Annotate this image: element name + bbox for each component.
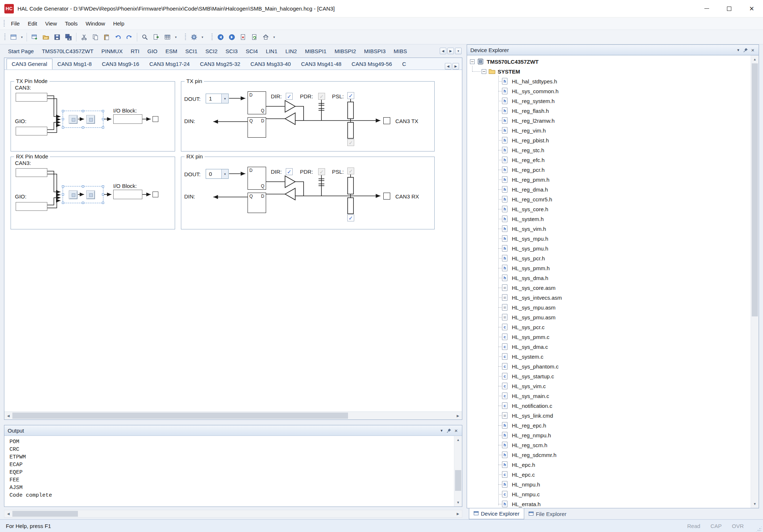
output-horizontal-scrollbar[interactable]: ◀ ▶	[4, 510, 462, 518]
grid-button[interactable]	[162, 32, 173, 42]
tree-file-item[interactable]: HL_system.c	[467, 352, 751, 362]
generate-code-button[interactable]	[189, 32, 199, 42]
save-all-button[interactable]	[63, 32, 74, 42]
output-vertical-scrollbar[interactable]: ▲ ▼	[454, 436, 462, 507]
menu-item[interactable]: View	[41, 18, 61, 29]
minimize-button[interactable]	[695, 0, 718, 17]
tree-file-item[interactable]: HL_nmpu.c	[467, 489, 751, 499]
tree-file-item[interactable]: HL_reg_pmm.h	[467, 175, 751, 185]
scroll-down-arrow[interactable]: ▼	[751, 500, 759, 508]
tree-file-item[interactable]: HL_reg_pcr.h	[467, 165, 751, 175]
can3-tab[interactable]: CAN3 Msg33-40	[245, 59, 296, 70]
tree-file-item[interactable]: HL_reg_ccmr5.h	[467, 194, 751, 204]
canvas-horizontal-scrollbar[interactable]: ◀ ▶	[4, 411, 462, 419]
tree-file-item[interactable]: HL_sys_main.c	[467, 391, 751, 401]
paste-button[interactable]	[101, 32, 112, 42]
tree-file-item[interactable]: HL_sys_pmm.h	[467, 263, 751, 273]
tree-file-item[interactable]: HL_sys_dma.c	[467, 342, 751, 352]
tree-file-item[interactable]: HL_nmpu.h	[467, 480, 751, 489]
can3-tab[interactable]: CAN3 Msg41-48	[296, 59, 347, 70]
new-view-button[interactable]	[8, 32, 19, 42]
scrollbar-track[interactable]	[751, 63, 759, 500]
tree-folder-system[interactable]: SYSTEM	[467, 67, 751, 76]
device-tab[interactable]: ESM	[161, 46, 181, 57]
close-button[interactable]: ×	[740, 0, 763, 17]
menu-item[interactable]: File	[7, 18, 24, 29]
can3-tab-scroll-left-button[interactable]: ◀	[445, 63, 451, 70]
scrollbar-thumb[interactable]	[455, 470, 461, 491]
scrollbar-thumb[interactable]	[752, 63, 758, 316]
device-tab[interactable]: Start Page	[4, 46, 38, 57]
find-button[interactable]	[139, 32, 150, 42]
scroll-left-arrow[interactable]: ◀	[4, 412, 12, 419]
toolbar-overflow-button[interactable]: ▾	[173, 32, 178, 42]
forward-button[interactable]	[226, 32, 237, 42]
tree-file-item[interactable]: HL_sys_pmu.asm	[467, 312, 751, 322]
cut-button[interactable]	[79, 32, 90, 42]
dout-select[interactable]: 1 ▾	[206, 94, 229, 103]
panel-menu-button[interactable]: ▾	[735, 46, 742, 54]
tree-file-item[interactable]: HL_sys_pmm.c	[467, 332, 751, 342]
add-view-button[interactable]	[29, 32, 40, 42]
can3-tab-scroll-right-button[interactable]: ▶	[452, 63, 459, 70]
dout-select[interactable]: 0 ▾	[206, 169, 229, 179]
dir-checkbox[interactable]	[286, 93, 293, 100]
collapse-expander-icon[interactable]	[482, 69, 486, 74]
menu-item[interactable]: Help	[109, 18, 129, 29]
can3-tab[interactable]: CAN3 Msg9-16	[97, 59, 145, 70]
explorer-tab[interactable]: File Explorer	[524, 508, 571, 519]
tree-file-item[interactable]: HL_epc.c	[467, 470, 751, 480]
validate-button[interactable]	[238, 32, 249, 42]
scroll-left-arrow[interactable]: ◀	[4, 510, 12, 517]
tree-file-item[interactable]: HL_sys_pmu.h	[467, 244, 751, 253]
psl-checkbox[interactable]	[347, 168, 354, 174]
new-view-dropdown[interactable]: ▾	[19, 32, 24, 42]
tree-file-item[interactable]: HL_sys_mpu.asm	[467, 303, 751, 312]
device-tab[interactable]: MIBSPI1	[301, 46, 331, 57]
dropdown-arrow-icon[interactable]: ▾	[221, 169, 228, 178]
home-button[interactable]	[260, 32, 271, 42]
tab-overflow-button[interactable]: ▾	[455, 48, 462, 54]
menu-item[interactable]: Edit	[24, 18, 41, 29]
tree-file-item[interactable]: HL_reg_epc.h	[467, 421, 751, 430]
tree-file-item[interactable]: HL_sys_phantom.c	[467, 362, 751, 371]
pin-icon[interactable]	[445, 427, 452, 434]
tab-scroll-left-button[interactable]: ◀	[440, 48, 446, 54]
pdr-checkbox[interactable]	[318, 168, 325, 175]
device-tab[interactable]: SCI4	[242, 46, 262, 57]
can3-tab[interactable]: CAN3 Msg49-56	[347, 59, 397, 70]
tree-file-item[interactable]: HL_reg_system.h	[467, 96, 751, 106]
tree-file-item[interactable]: HL_sys_mpu.h	[467, 234, 751, 244]
tree-file-item[interactable]: HL_reg_nmpu.h	[467, 430, 751, 440]
refresh-button[interactable]	[249, 32, 260, 42]
tree-file-item[interactable]: HL_sys_vim.c	[467, 381, 751, 391]
device-tab[interactable]: GIO	[143, 46, 162, 57]
collapse-expander-icon[interactable]	[470, 59, 475, 64]
pin-icon[interactable]	[742, 46, 749, 54]
tree-file-item[interactable]: HL_sys_core.h	[467, 204, 751, 214]
open-button[interactable]	[40, 32, 51, 42]
device-tab[interactable]: SCI1	[181, 46, 201, 57]
pin-mux-selection[interactable]	[63, 111, 103, 128]
tree-file-item[interactable]: HL_reg_dma.h	[467, 185, 751, 194]
scrollbar-thumb[interactable]	[12, 511, 78, 517]
tree-file-item[interactable]: HL_epc.h	[467, 460, 751, 470]
can3-tab[interactable]: C	[397, 59, 411, 70]
tree-file-item[interactable]: HL_sys_intvecs.asm	[467, 293, 751, 303]
undo-button[interactable]	[112, 32, 123, 42]
device-tab[interactable]: LIN1	[262, 46, 281, 57]
tree-file-item[interactable]: HL_reg_l2ramw.h	[467, 116, 751, 126]
scrollbar-thumb[interactable]	[12, 413, 348, 419]
device-tab[interactable]: RTI	[127, 46, 143, 57]
tree-file-item[interactable]: HL_sys_common.h	[467, 86, 751, 96]
maximize-button[interactable]	[718, 0, 740, 17]
toolbar-overflow-button[interactable]: ▾	[272, 32, 277, 42]
redo-button[interactable]	[124, 32, 135, 42]
tree-file-item[interactable]: HL_sys_core.asm	[467, 283, 751, 293]
tab-scroll-right-button[interactable]: ▶	[447, 48, 454, 54]
tree-file-item[interactable]: HL_reg_efc.h	[467, 155, 751, 165]
dropdown-arrow-icon[interactable]: ▾	[221, 94, 228, 103]
tree-file-item[interactable]: HL_sys_pcr.c	[467, 322, 751, 332]
tree-file-item[interactable]: HL_notification.c	[467, 401, 751, 411]
scrollbar-track[interactable]	[12, 510, 454, 517]
